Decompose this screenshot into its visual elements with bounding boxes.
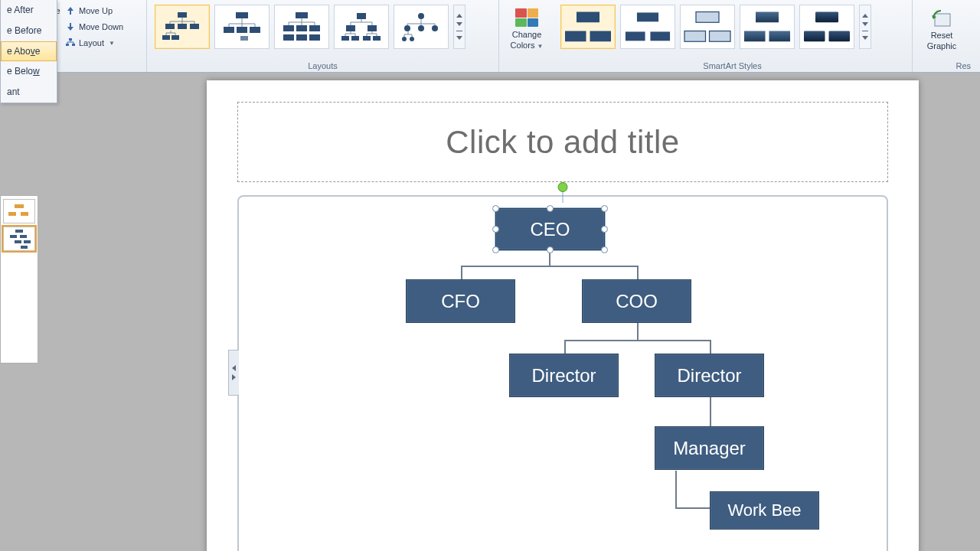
menu-item-before[interactable]: e Before [1, 21, 57, 41]
svg-rect-34 [577, 11, 599, 22]
text-pane-toggle[interactable] [228, 350, 239, 396]
menu-item-assistant[interactable]: ant [1, 82, 57, 103]
style-option-1[interactable] [560, 5, 616, 49]
svg-rect-15 [283, 25, 294, 31]
selection-handle[interactable] [492, 205, 499, 212]
connector [461, 266, 462, 279]
svg-rect-4 [165, 24, 175, 29]
svg-rect-22 [346, 25, 355, 31]
svg-rect-24 [341, 36, 349, 41]
svg-rect-7 [162, 35, 170, 40]
node-workbee[interactable]: Work Bee [710, 491, 819, 530]
reset-label-1: Reset [931, 31, 953, 40]
svg-rect-0 [69, 38, 72, 41]
node-workbee-label: Work Bee [727, 500, 801, 520]
svg-point-28 [418, 13, 424, 19]
layout-icon [65, 37, 76, 48]
thumbnail-2[interactable] [3, 227, 35, 251]
connector [710, 397, 711, 426]
add-shape-dropdown[interactable]: e After e Before e Above e Below ant [0, 0, 57, 103]
chevron-down-icon [862, 22, 868, 26]
svg-rect-17 [309, 25, 320, 31]
connector [564, 340, 566, 354]
node-director2-label: Director [677, 365, 741, 386]
styles-gallery-more[interactable] [859, 5, 871, 49]
selection-handle[interactable] [547, 246, 554, 253]
svg-rect-19 [296, 34, 307, 41]
style-option-3[interactable] [680, 5, 735, 49]
layout-dropdown-button[interactable]: Layout ▼ [60, 35, 142, 51]
layout-option-4[interactable] [334, 5, 389, 49]
svg-rect-43 [756, 11, 779, 22]
layout-option-1[interactable] [155, 5, 210, 49]
svg-rect-37 [636, 11, 659, 22]
triangle-right-icon [232, 374, 236, 380]
node-ceo[interactable]: CEO [495, 208, 605, 250]
node-cfo-label: CFO [441, 291, 480, 312]
move-up-button[interactable]: Move Up [60, 3, 142, 18]
arrow-down-icon [65, 21, 76, 32]
node-manager[interactable]: Manager [655, 426, 764, 470]
svg-rect-27 [373, 36, 381, 41]
layout-option-5[interactable] [394, 5, 449, 49]
svg-rect-18 [283, 34, 294, 41]
move-down-button[interactable]: Move Down [60, 19, 142, 34]
selection-handle[interactable] [601, 226, 608, 233]
smartart-styles-group-label: SmartArt Styles [553, 61, 912, 70]
style-option-2[interactable] [620, 5, 675, 49]
selection-handle[interactable] [492, 246, 499, 253]
layout-option-2[interactable] [214, 5, 270, 49]
svg-rect-8 [172, 35, 179, 40]
style-option-5[interactable] [799, 5, 854, 49]
connector [637, 266, 639, 279]
layouts-gallery-more[interactable] [453, 5, 466, 49]
reset-label-2: Graphic [927, 41, 957, 51]
node-director-1[interactable]: Director [509, 354, 619, 397]
svg-rect-12 [250, 27, 260, 33]
menu-item-above[interactable]: e Above [1, 41, 57, 61]
svg-rect-16 [296, 25, 307, 31]
change-colors-button[interactable]: Change Colors ▼ [504, 2, 550, 57]
reset-icon [930, 8, 953, 29]
style-option-4[interactable] [740, 5, 795, 49]
svg-point-29 [404, 25, 410, 31]
ribbon-smartart-styles-group: SmartArt Styles [553, 0, 913, 72]
menu-item-after[interactable]: e After [1, 0, 57, 21]
svg-point-32 [402, 37, 407, 41]
menu-item-below[interactable]: e Below [1, 61, 57, 82]
node-cfo[interactable]: CFO [406, 279, 515, 323]
title-placeholder[interactable]: Click to add title [237, 102, 888, 182]
layouts-gallery [152, 2, 494, 57]
svg-rect-44 [744, 31, 766, 41]
layout-option-3[interactable] [274, 5, 329, 49]
svg-rect-46 [815, 11, 838, 22]
ribbon-reset-group: Reset Graphic Res [913, 0, 972, 72]
change-colors-label-1: Change [512, 30, 542, 39]
selection-handle[interactable] [601, 205, 608, 212]
ribbon: e After e Before e Above e Below ant Pro… [0, 0, 980, 73]
selection-handle[interactable] [492, 226, 499, 233]
svg-rect-6 [190, 24, 199, 29]
svg-rect-35 [565, 31, 586, 41]
node-coo[interactable]: COO [582, 279, 691, 323]
selection-handle[interactable] [601, 246, 608, 253]
svg-rect-39 [650, 31, 671, 41]
rotation-handle[interactable] [558, 182, 568, 192]
svg-rect-48 [829, 31, 851, 41]
connector [461, 266, 639, 267]
reset-graphic-button[interactable]: Reset Graphic [917, 2, 966, 57]
svg-rect-2 [72, 44, 75, 46]
node-director-2[interactable]: Director [655, 354, 764, 397]
svg-rect-49 [935, 14, 950, 26]
thumbnail-1[interactable] [3, 199, 35, 223]
ribbon-layouts-group: Layouts [147, 0, 499, 72]
chevron-down-icon [456, 22, 462, 26]
chevron-down-icon: ▼ [537, 43, 543, 50]
slide-canvas[interactable]: Click to add title [207, 80, 919, 551]
selection-handle[interactable] [547, 205, 554, 212]
smartart-frame[interactable]: CEO CFO COO Director [237, 195, 888, 551]
svg-rect-10 [224, 27, 234, 33]
svg-rect-21 [357, 13, 366, 19]
slide-thumbnail-panel[interactable] [0, 195, 38, 364]
move-up-label: Move Up [79, 6, 113, 15]
